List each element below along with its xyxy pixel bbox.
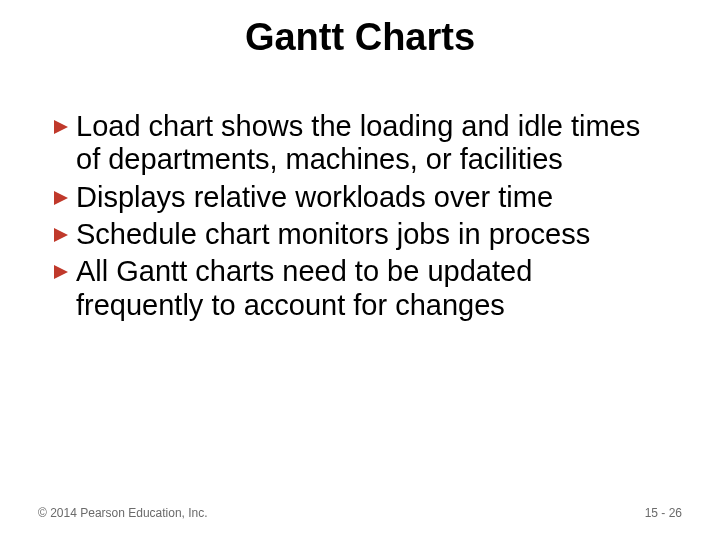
bullet-item: All Gantt charts need to be updated freq… bbox=[54, 255, 666, 322]
slide: Gantt Charts Load chart shows the loadin… bbox=[0, 0, 720, 540]
footer-page-number: 15 - 26 bbox=[645, 506, 682, 520]
slide-title: Gantt Charts bbox=[0, 16, 720, 59]
bullet-item: Load chart shows the loading and idle ti… bbox=[54, 110, 666, 177]
bullet-text: Schedule chart monitors jobs in process bbox=[76, 218, 590, 251]
svg-marker-0 bbox=[54, 120, 68, 134]
bullet-text: Load chart shows the loading and idle ti… bbox=[76, 110, 666, 177]
bullet-triangle-icon bbox=[54, 228, 68, 242]
slide-body: Load chart shows the loading and idle ti… bbox=[54, 110, 666, 326]
bullet-item: Schedule chart monitors jobs in process bbox=[54, 218, 666, 251]
svg-marker-1 bbox=[54, 191, 68, 205]
bullet-item: Displays relative workloads over time bbox=[54, 181, 666, 214]
svg-marker-2 bbox=[54, 228, 68, 242]
bullet-triangle-icon bbox=[54, 120, 68, 134]
bullet-text: All Gantt charts need to be updated freq… bbox=[76, 255, 666, 322]
footer-copyright: © 2014 Pearson Education, Inc. bbox=[38, 506, 208, 520]
bullet-triangle-icon bbox=[54, 265, 68, 279]
bullet-text: Displays relative workloads over time bbox=[76, 181, 553, 214]
bullet-triangle-icon bbox=[54, 191, 68, 205]
svg-marker-3 bbox=[54, 265, 68, 279]
